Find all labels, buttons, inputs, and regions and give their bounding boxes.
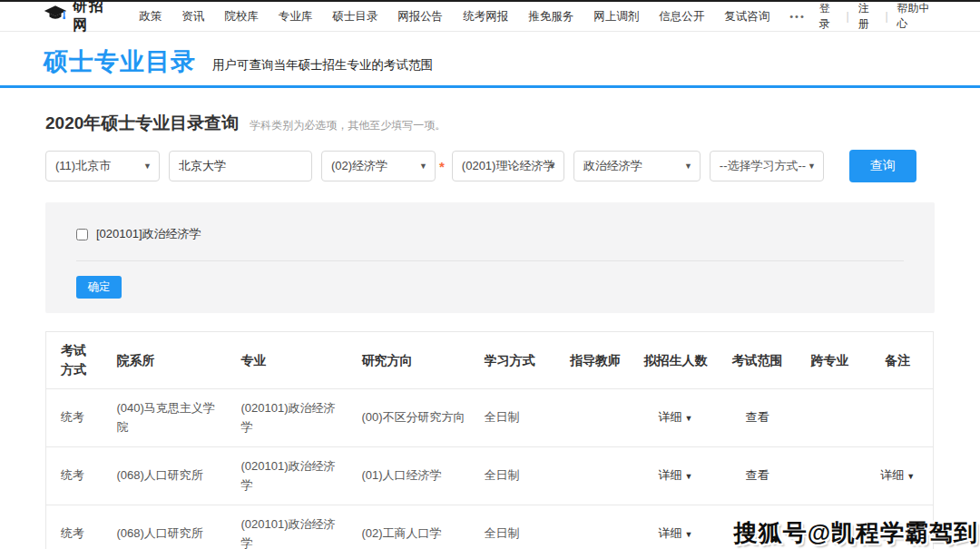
cell-exam-scope: 查看: [718, 389, 798, 447]
major-checkbox-row: [020101]政治经济学: [76, 226, 904, 242]
nav-menu: 政策 资讯 院校库 专业库 硕士目录 网报公告 统考网报 推免服务 网上调剂 信…: [129, 9, 816, 25]
filter-bar: (11)北京市 ▼ (02)经济学 ▼ * (0201)理论经济学 ▼ 政治经济…: [45, 150, 935, 182]
cell-department: (040)马克思主义学院: [108, 389, 232, 447]
cell-enrollment: 详细▼: [634, 505, 718, 549]
nav-item-online-adjustment[interactable]: 网上调剂: [583, 9, 649, 25]
cell-exam-type: 统考: [46, 505, 108, 549]
graduation-cap-icon: [44, 5, 67, 28]
required-asterisk: *: [439, 159, 445, 174]
nav-item-policy[interactable]: 政策: [129, 9, 172, 25]
site-name: 研招网: [73, 0, 113, 35]
cell-study-mode: 全日制: [475, 447, 557, 505]
category-select[interactable]: (02)经济学 ▼: [321, 151, 436, 181]
header-department: 院系所: [108, 332, 232, 389]
cell-major: (020101)政治经济学: [232, 389, 353, 447]
chevron-down-icon: ▼: [808, 162, 816, 171]
page: 研招网 政策 资讯 院校库 专业库 硕士目录 网报公告 统考网报 推免服务 网上…: [0, 0, 980, 549]
cell-major: (020101)政治经济学: [232, 505, 353, 549]
cell-direction: (01)人口经济学: [353, 447, 475, 505]
cell-teacher: [557, 389, 634, 447]
cell-note: 详细▼: [863, 447, 934, 505]
site-logo[interactable]: 研招网: [44, 0, 113, 35]
query-hint: 学科类别为必选项，其他至少填写一项。: [250, 118, 446, 133]
table-header-row: 考试方式 院系所 专业 研究方向 学习方式 指导教师 拟招生人数 考试范围 跨专…: [46, 332, 934, 389]
top-navigation: 研招网 政策 资讯 院校库 专业库 硕士目录 网报公告 统考网报 推免服务 网上…: [0, 2, 980, 32]
header-enrollment: 拟招生人数: [634, 332, 718, 389]
province-select[interactable]: (11)北京市 ▼: [45, 151, 160, 181]
category-select-value: (02)经济学: [331, 158, 387, 174]
page-header: 硕士专业目录 用户可查询当年硕士招生专业的考试范围: [0, 32, 980, 88]
search-button[interactable]: 查询: [849, 150, 916, 182]
confirm-button[interactable]: 确定: [76, 276, 122, 299]
cell-study-mode: 全日制: [475, 505, 557, 549]
cell-teacher: [557, 505, 634, 549]
chevron-down-icon: ▼: [684, 162, 692, 171]
nav-item-news[interactable]: 资讯: [172, 9, 214, 25]
major-select-value: 政治经济学: [583, 158, 642, 174]
enrollment-detail-link[interactable]: 详细: [659, 526, 682, 540]
header-cross-major: 跨专业: [798, 332, 863, 389]
major-selection-panel: [020101]政治经济学 确定: [45, 202, 935, 313]
page-title: 硕士专业目录: [44, 45, 196, 78]
page-subtitle: 用户可查询当年硕士招生专业的考试范围: [212, 57, 433, 74]
watermark: 搜狐号@凯程学霸驾到: [734, 517, 978, 549]
nav-item-school-library[interactable]: 院校库: [214, 9, 269, 25]
major-checkbox-label: [020101]政治经济学: [96, 226, 201, 242]
caret-down-icon: ▼: [685, 530, 693, 539]
cell-study-mode: 全日制: [475, 389, 557, 447]
header-exam-scope: 考试范围: [718, 332, 798, 389]
enrollment-detail-link[interactable]: 详细: [659, 468, 682, 482]
nav-item-info-disclosure[interactable]: 信息公开: [649, 9, 714, 25]
cell-exam-scope: 查看: [718, 447, 798, 505]
note-detail-link[interactable]: 详细: [880, 468, 904, 482]
caret-down-icon: ▼: [685, 414, 693, 423]
chevron-down-icon: ▼: [419, 162, 427, 171]
chevron-down-icon: ▼: [143, 162, 152, 171]
header-exam-type: 考试方式: [46, 332, 108, 389]
nav-item-exempt-service[interactable]: 推免服务: [518, 9, 583, 25]
main-content: 2020年硕士专业目录查询 学科类别为必选项，其他至少填写一项。 (11)北京市…: [0, 88, 980, 549]
cell-direction: (02)工商人口学: [353, 505, 475, 549]
results-table: 考试方式 院系所 专业 研究方向 学习方式 指导教师 拟招生人数 考试范围 跨专…: [45, 331, 934, 549]
exam-scope-link[interactable]: 查看: [746, 410, 769, 424]
exam-scope-link[interactable]: 查看: [746, 468, 769, 482]
province-select-value: (11)北京市: [55, 158, 111, 174]
major-checkbox[interactable]: [76, 229, 88, 240]
university-input[interactable]: [169, 151, 312, 181]
header-major: 专业: [232, 332, 353, 389]
login-link[interactable]: 登录: [816, 1, 841, 32]
help-center-link[interactable]: 帮助中心: [894, 1, 936, 32]
cell-department: (068)人口研究所: [108, 447, 232, 505]
divider: |: [841, 10, 855, 23]
study-mode-select[interactable]: --选择学习方式-- ▼: [710, 151, 824, 181]
discipline-select[interactable]: (0201)理论经济学 ▼: [452, 151, 564, 181]
header-note: 备注: [863, 332, 934, 389]
nav-more-icon[interactable]: •••: [779, 11, 816, 22]
divider: |: [879, 10, 893, 23]
major-select[interactable]: 政治经济学 ▼: [573, 151, 701, 181]
discipline-select-value: (0201)理论经济学: [462, 158, 555, 174]
nav-item-unified-exam[interactable]: 统考网报: [453, 9, 518, 25]
caret-down-icon: ▼: [906, 472, 915, 481]
panel-divider: [76, 260, 904, 261]
enrollment-detail-link[interactable]: 详细: [659, 410, 682, 424]
cell-cross-major: [798, 447, 863, 505]
register-link[interactable]: 注册: [855, 1, 880, 32]
nav-item-retest-consult[interactable]: 复试咨询: [714, 9, 779, 25]
cell-cross-major: [798, 389, 863, 447]
header-teacher: 指导教师: [557, 332, 634, 389]
cell-department: (068)人口研究所: [108, 505, 232, 549]
nav-item-online-announcement[interactable]: 网报公告: [387, 9, 453, 25]
query-title: 2020年硕士专业目录查询: [45, 112, 239, 135]
nav-item-master-catalog[interactable]: 硕士目录: [322, 9, 387, 25]
cell-major: (020101)政治经济学: [232, 447, 353, 505]
cell-enrollment: 详细▼: [634, 447, 718, 505]
cell-exam-type: 统考: [46, 389, 108, 447]
table-row: 统考 (040)马克思主义学院 (020101)政治经济学 (00)不区分研究方…: [46, 389, 934, 447]
nav-item-major-library[interactable]: 专业库: [269, 9, 323, 25]
study-mode-select-value: --选择学习方式--: [720, 158, 806, 174]
nav-account-area: 登录 | 注册 | 帮助中心: [816, 1, 936, 32]
header-direction: 研究方向: [353, 332, 475, 389]
cell-exam-type: 统考: [46, 447, 108, 505]
table-row: 统考 (068)人口研究所 (020101)政治经济学 (01)人口经济学 全日…: [46, 447, 934, 505]
